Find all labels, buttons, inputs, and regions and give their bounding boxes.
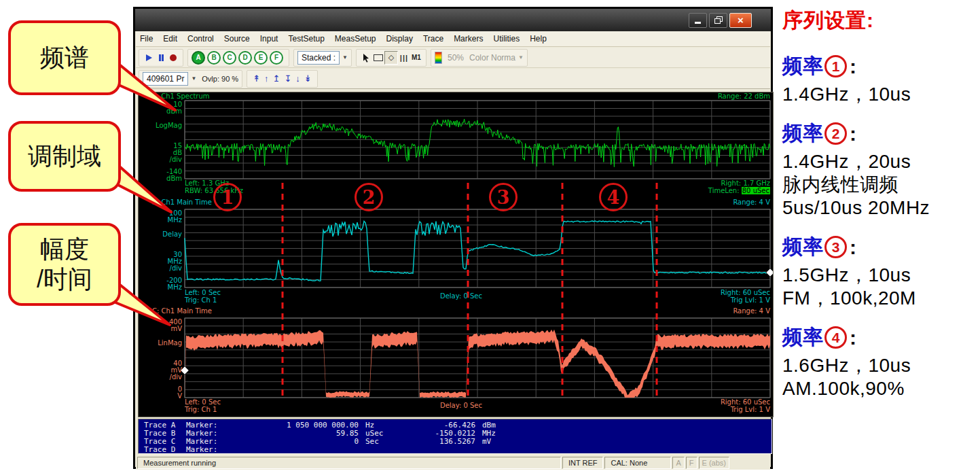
frequency-entry-label-2: 频率2: [782,120,979,147]
color-scale-icon[interactable] [435,52,442,64]
marker-move-tools: ↟↑↥↧↓↡ [247,70,318,88]
frequency-entry-label-1: 频率1: [782,52,979,80]
trace-button-a[interactable]: A [192,51,205,65]
segment-number-2: 2 [355,183,383,211]
marker-move-icon-3[interactable]: ↥ [273,74,280,83]
cursor-tool-button[interactable] [360,52,372,64]
restore-button[interactable] [709,13,727,28]
circled-number-icon: 4 [824,326,847,349]
trace-button-d[interactable]: D [238,51,252,65]
chevron-down-icon[interactable]: ▼ [342,54,348,60]
title-bar: × [135,9,771,31]
status-bar: Measurement running INT REF CAL: None AF… [136,455,770,470]
trace-c-per-div-suffix: /div [170,374,182,381]
trace-a-format: LogMag [156,122,182,129]
marker-label: Marker: [186,446,244,454]
marker-unit2: MHz [475,430,509,438]
marker-move-icon-6[interactable]: ↡ [304,74,312,83]
marker-m1-button[interactable]: M1 [410,52,422,64]
trace-b-ref-bottom-unit: MHz [168,284,182,291]
trace-b-left-edge: Left: 0 Sec [185,290,221,296]
trace-c-ref-top-unit: mV [170,326,182,332]
play-button[interactable] [143,52,155,64]
marker-trace: Trace D [144,446,186,454]
menu-file[interactable]: File [140,34,153,43]
menu-testsetup[interactable]: TestSetup [288,34,324,43]
marker-move-icon-4[interactable]: ↧ [284,74,291,83]
close-button[interactable]: × [729,13,752,28]
marker-move-icon-1[interactable]: ↟ [253,74,260,83]
band-power-button[interactable]: ||| [398,52,410,64]
menu-help[interactable]: Help [530,34,547,43]
menu-meassetup[interactable]: MeasSetup [335,34,376,43]
record-button[interactable] [167,52,179,64]
marker-unit [359,446,399,454]
marker-value: 59.85 [244,430,359,438]
record-icon [170,54,177,61]
menu-display[interactable]: Display [386,34,413,43]
trace-b-format: Delay [162,231,182,238]
minimize-button[interactable] [689,13,707,28]
callout-text: 调制域 [28,141,101,171]
marker-m1-icon: M1 [412,54,421,61]
menu-input[interactable]: Input [260,34,278,43]
trace-c-format: LinMag [158,340,182,347]
callout-text: 幅度 [40,234,89,264]
callout-text: 频谱 [40,43,89,73]
chevron-down-icon[interactable]: ▼ [518,54,524,60]
status-flag-3: E (abs) [699,457,729,469]
menu-control[interactable]: Control [187,34,214,43]
diamond-marker-button[interactable]: ◇ [384,51,398,65]
marker-value2 [399,446,475,454]
marker-value [244,446,359,454]
frequency-entry-line: 1.5GHz，10us [782,264,979,287]
chevron-down-icon[interactable]: ▼ [191,75,196,82]
trace-b-delay: Delay: 0 Sec [420,293,502,300]
trace-b-range: Range: 4 V [733,199,770,206]
pause-icon [159,54,164,61]
vsa-window: × FileEditControlSourceInputTestSetupMea… [133,7,773,469]
trace-button-f[interactable]: F [270,51,283,65]
color-tools: 50% Color Norma ▼ [431,49,528,67]
scope-canvas [139,92,773,417]
layout-dropdown-value: Stacked : [302,53,335,63]
marker-unit2: mV [475,438,509,446]
zoom-percent-label: 50% [448,53,464,63]
status-flag-1: A [672,457,684,469]
menu-bar: FileEditControlSourceInputTestSetupMeasS… [136,31,770,47]
trace-b-per-div-suffix: /div [170,265,182,272]
frequency-word: 频率 [782,324,823,351]
band-bars-icon: ||| [400,54,408,62]
menu-trace[interactable]: Trace [423,34,443,43]
layout-dropdown[interactable]: Stacked : [297,51,340,65]
trace-c-range: Range: 4 V [733,308,770,315]
frequency-entry-line: FM，100k,20M [782,287,979,310]
menu-edit[interactable]: Edit [163,34,177,43]
marker-move-icon-5[interactable]: ↓ [295,74,300,83]
trace-display-area: A: Ch1 SpectrumRange: 22 dBm10dBmLogMag1… [138,92,774,417]
trace-button-c[interactable]: C [223,51,236,65]
callout-modulation-domain: 调制域 [8,121,121,192]
frequency-word: 频率 [782,233,823,261]
restore-icon [714,16,723,24]
marker-move-icon-2[interactable]: ↑ [264,74,269,83]
trace-a-title: A: Ch1 Spectrum [152,93,210,100]
frequency-entry-line: 脉内线性调频 [782,173,979,196]
status-flag-2: F [686,457,697,469]
menu-source[interactable]: Source [224,34,250,43]
segment-number-3: 3 [489,183,518,211]
trace-c-ref-bottom-unit: V [177,393,182,400]
trace-c-right-edge: Right: 60 uSec [721,399,770,406]
pointer-tools: ◇ ||| M1 [356,49,427,67]
marker-readout-table: Trace AMarker:1 050 000 000.00Hz-66.426d… [138,419,772,454]
marker-unit: uSec [359,430,399,438]
frequency-entry-line: 1.6GHz，10us [782,354,979,377]
pause-button[interactable] [155,52,167,64]
menu-markers[interactable]: Markers [454,34,483,43]
menu-utilities[interactable]: Utilities [493,34,520,43]
callout-text: /时间 [37,264,92,294]
rect-select-button[interactable] [372,52,384,64]
trace-button-b[interactable]: B [207,51,221,65]
points-dropdown[interactable]: 409601 Pr [143,72,188,86]
trace-button-e[interactable]: E [254,51,268,65]
